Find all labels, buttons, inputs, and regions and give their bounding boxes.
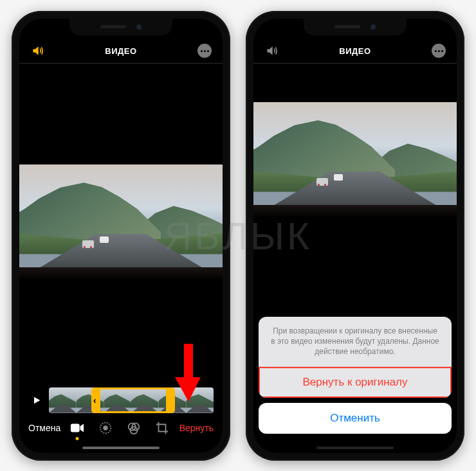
video-timeline[interactable]: ‹›: [49, 387, 214, 413]
action-sheet-message: При возвращении к оригиналу все внесенны…: [259, 317, 452, 367]
timeline-row: ‹›: [19, 381, 223, 416]
device-notch: [69, 19, 172, 35]
revert-to-original-button[interactable]: Вернуть к оригиналу: [259, 367, 452, 398]
filters-tool-icon[interactable]: [127, 421, 141, 435]
home-indicator[interactable]: [82, 447, 160, 449]
video-frame: [253, 102, 457, 218]
video-tool-icon[interactable]: [70, 421, 84, 435]
revert-button[interactable]: Вернуть: [179, 423, 214, 433]
play-button[interactable]: [28, 390, 45, 411]
video-frame: [19, 164, 223, 280]
phone-mockup-right: ВИДЕО При возвращении к оригиналу все вн…: [246, 11, 464, 461]
svg-point-2: [104, 425, 108, 430]
video-preview[interactable]: [19, 64, 223, 381]
volume-icon[interactable]: [28, 42, 46, 60]
volume-icon[interactable]: [262, 42, 280, 60]
crop-tool-icon[interactable]: [155, 421, 169, 435]
more-icon[interactable]: [430, 42, 448, 60]
action-sheet: При возвращении к оригиналу все внесенны…: [253, 312, 457, 453]
adjust-tool-icon[interactable]: [98, 421, 113, 435]
header-title: ВИДЕО: [339, 46, 371, 56]
phone-mockup-left: ВИДЕО: [12, 11, 230, 461]
video-preview[interactable]: [253, 102, 457, 218]
action-sheet-cancel-button[interactable]: Отменить: [259, 403, 452, 434]
header-title: ВИДЕО: [105, 46, 136, 56]
more-icon[interactable]: [196, 42, 214, 60]
home-indicator[interactable]: [316, 447, 394, 449]
svg-rect-0: [71, 423, 80, 432]
device-notch: [304, 19, 407, 35]
cancel-button[interactable]: Отмена: [28, 423, 60, 433]
